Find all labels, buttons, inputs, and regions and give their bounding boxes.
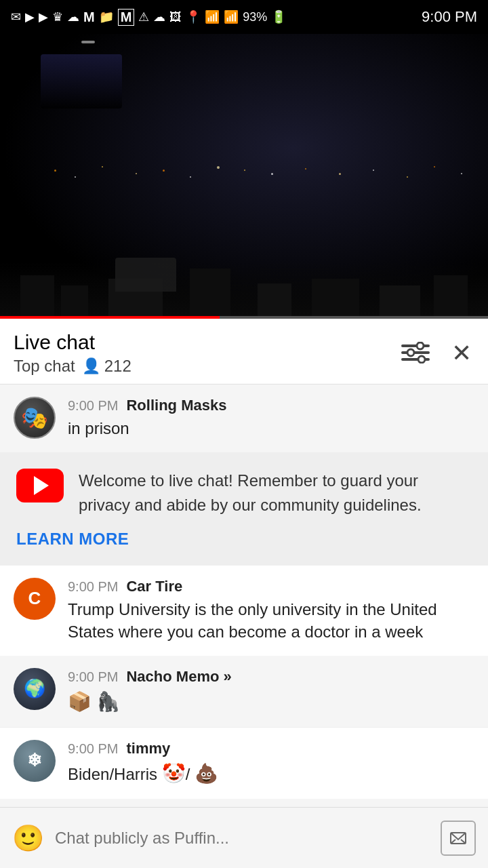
signal-icon: 📶 bbox=[224, 9, 239, 24]
msg-content-1: 9:00 PM Rolling Masks in prison bbox=[68, 397, 474, 440]
msg-meta-3: 9:00 PM Nacho Memo » bbox=[68, 668, 474, 686]
live-chat-title: Live chat bbox=[14, 331, 131, 354]
msg-username-3: Nacho Memo » bbox=[126, 668, 231, 686]
welcome-inner: Welcome to live chat! Remember to guard … bbox=[16, 469, 472, 517]
m-icon: M bbox=[83, 9, 95, 25]
play-icon: ▶ bbox=[25, 9, 35, 24]
msg-username-4: timmy bbox=[126, 740, 170, 757]
avatar-timmy: ❄ bbox=[14, 740, 56, 782]
learn-more-button[interactable]: LEARN MORE bbox=[16, 530, 472, 549]
close-button[interactable]: ✕ bbox=[449, 338, 474, 368]
poop-emoji: 💩 bbox=[195, 763, 218, 784]
viewer-count: 👤 212 bbox=[82, 357, 131, 376]
chat-message-4: ❄ 9:00 PM timmy Biden/Harris 🤡/ 💩 bbox=[0, 727, 488, 799]
m2-icon: M bbox=[118, 9, 135, 26]
emoji-icon: 🙂 bbox=[12, 824, 44, 852]
chat-header: Live chat Top chat 👤 212 bbox=[0, 319, 488, 376]
img-icon: 🖼 bbox=[169, 10, 182, 24]
youtube-logo bbox=[16, 469, 64, 502]
loc-icon: 📍 bbox=[186, 9, 201, 24]
chat-header-sub: Top chat 👤 212 bbox=[14, 357, 131, 376]
msg-text-2: Trump University is the only university … bbox=[68, 598, 474, 644]
msg-text-1: in prison bbox=[68, 417, 474, 440]
svg-point-5 bbox=[418, 356, 425, 363]
battery-pct: 93% bbox=[243, 10, 267, 24]
filter-button[interactable] bbox=[399, 339, 432, 368]
chat-message-1: 🎭 9:00 PM Rolling Masks in prison bbox=[0, 384, 488, 452]
msg-text-3: 📦 🦍 bbox=[68, 688, 474, 715]
crown-icon: ♛ bbox=[52, 9, 63, 24]
svg-point-3 bbox=[407, 349, 414, 356]
send-icon bbox=[441, 821, 476, 856]
msg-time-2: 9:00 PM bbox=[68, 579, 118, 595]
live-chat-panel: Live chat Top chat 👤 212 bbox=[0, 319, 488, 868]
send-button[interactable] bbox=[441, 821, 476, 856]
clown-emoji: 🤡 bbox=[162, 763, 186, 784]
msg-meta-2: 9:00 PM Car Tire bbox=[68, 578, 474, 595]
welcome-banner: Welcome to live chat! Remember to guard … bbox=[0, 452, 488, 565]
status-icons: ✉ ▶ ▶ ♛ ☁ M 📁 M ⚠ ☁ 🖼 📍 📶 📶 93% 🔋 bbox=[11, 9, 286, 26]
battery-icon: 🔋 bbox=[271, 9, 286, 24]
welcome-text: Welcome to live chat! Remember to guard … bbox=[79, 469, 472, 517]
box-emoji: 📦 bbox=[68, 691, 92, 712]
chat-input-area: 🙂 bbox=[0, 807, 488, 868]
msg-time-4: 9:00 PM bbox=[68, 741, 118, 757]
chat-message-2: C 9:00 PM Car Tire Trump University is t… bbox=[0, 565, 488, 656]
warn-icon: ⚠ bbox=[138, 9, 149, 24]
cloud2-icon: ☁ bbox=[153, 9, 165, 24]
svg-rect-2 bbox=[401, 351, 430, 354]
yt-icon: ▶ bbox=[39, 9, 48, 24]
status-bar: ✉ ▶ ▶ ♛ ☁ M 📁 M ⚠ ☁ 🖼 📍 📶 📶 93% 🔋 9:00 P… bbox=[0, 0, 488, 34]
viewer-count-number: 212 bbox=[104, 357, 131, 376]
chat-messages-scroll[interactable]: 🎭 9:00 PM Rolling Masks in prison Welcom… bbox=[0, 384, 488, 868]
folder-icon: 📁 bbox=[99, 9, 114, 24]
chat-input[interactable] bbox=[55, 829, 430, 848]
msg-icon: ✉ bbox=[11, 9, 21, 24]
msg-text-4: Biden/Harris 🤡/ 💩 bbox=[68, 760, 474, 787]
msg-content-4: 9:00 PM timmy Biden/Harris 🤡/ 💩 bbox=[68, 740, 474, 787]
msg-username-1: Rolling Masks bbox=[126, 397, 226, 414]
emoji-button[interactable]: 🙂 bbox=[12, 823, 44, 853]
person-icon: 👤 bbox=[82, 357, 100, 375]
gorilla-emoji: 🦍 bbox=[96, 691, 120, 712]
video-progress-fill bbox=[0, 316, 220, 319]
avatar-rolling-masks: 🎭 bbox=[14, 397, 56, 439]
msg-content-2: 9:00 PM Car Tire Trump University is the… bbox=[68, 578, 474, 644]
msg-content-3: 9:00 PM Nacho Memo » 📦 🦍 bbox=[68, 668, 474, 715]
chat-header-actions: ✕ bbox=[399, 338, 474, 368]
filter-icon bbox=[401, 342, 430, 363]
avatar-nacho-memo: 🌍 bbox=[14, 668, 56, 710]
video-progress-bar[interactable] bbox=[0, 316, 488, 319]
svg-point-1 bbox=[417, 342, 424, 349]
msg-meta-1: 9:00 PM Rolling Masks bbox=[68, 397, 474, 414]
chat-header-left: Live chat Top chat 👤 212 bbox=[14, 331, 131, 376]
msg-username-2: Car Tire bbox=[126, 578, 182, 595]
chat-message-3: 🌍 9:00 PM Nacho Memo » 📦 🦍 bbox=[0, 656, 488, 727]
status-time: 9:00 PM bbox=[422, 8, 477, 26]
svg-rect-0 bbox=[401, 344, 430, 347]
msg-meta-4: 9:00 PM timmy bbox=[68, 740, 474, 757]
close-icon: ✕ bbox=[451, 339, 472, 367]
yt-play-icon bbox=[34, 476, 49, 495]
avatar-car-tire: C bbox=[14, 578, 56, 620]
msg-time-3: 9:00 PM bbox=[68, 669, 118, 685]
msg-time-1: 9:00 PM bbox=[68, 398, 118, 414]
top-chat-label[interactable]: Top chat bbox=[14, 357, 75, 376]
video-background bbox=[0, 34, 488, 319]
video-player[interactable] bbox=[0, 34, 488, 319]
cloud-icon: ☁ bbox=[67, 9, 79, 24]
wifi-icon: 📶 bbox=[205, 9, 220, 24]
